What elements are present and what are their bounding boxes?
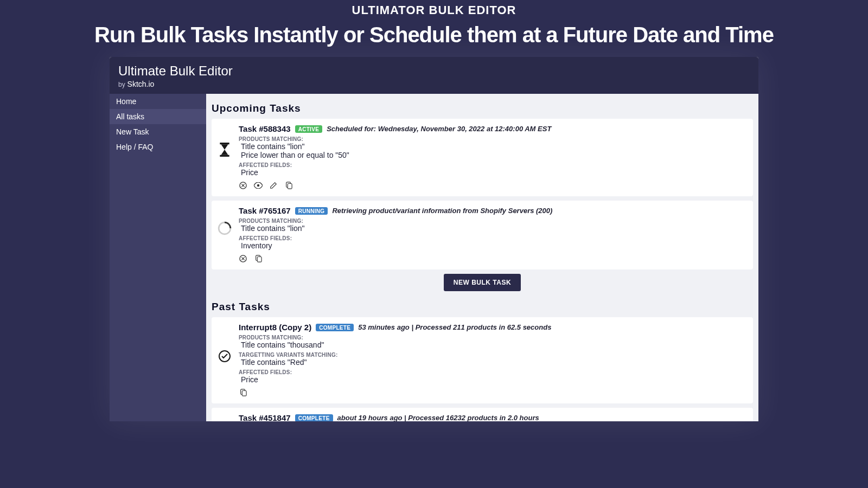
task-title: Interrupt8 (Copy 2) <box>239 323 311 332</box>
matching-line: Title contains "thousand" <box>241 341 748 349</box>
svg-rect-7 <box>288 184 292 189</box>
status-badge: COMPLETE <box>295 414 333 422</box>
task-title: Task #451847 <box>239 413 291 421</box>
status-badge: RUNNING <box>295 207 328 215</box>
sidebar: Home All tasks New Task Help / FAQ <box>110 94 206 421</box>
section-title-upcoming: Upcoming Tasks <box>212 102 753 114</box>
affected-line: Inventory <box>241 241 748 250</box>
app-name: Ultimate Bulk Editor <box>118 63 750 79</box>
svg-point-5 <box>257 184 259 187</box>
sidebar-item-help[interactable]: Help / FAQ <box>110 139 206 155</box>
task-card: Task #765167 RUNNING Retrieving product/… <box>212 201 753 269</box>
svg-rect-0 <box>220 143 229 144</box>
cancel-icon[interactable] <box>239 254 247 263</box>
affected-line: Price <box>241 375 748 384</box>
svg-rect-16 <box>242 391 246 396</box>
sidebar-item-home[interactable]: Home <box>110 94 206 109</box>
affected-line: Price <box>241 168 748 177</box>
app-frame: Ultimate Bulk Editor by Sktch.io Home Al… <box>110 57 758 421</box>
task-card: Interrupt8 (Copy 2) COMPLETE 53 minutes … <box>212 317 753 403</box>
copy-icon[interactable] <box>239 388 247 397</box>
status-badge: COMPLETE <box>316 324 354 331</box>
app-header: Ultimate Bulk Editor by Sktch.io <box>110 57 758 94</box>
task-meta: Retrieving product/variant information f… <box>332 207 552 215</box>
cancel-icon[interactable] <box>239 181 247 190</box>
products-matching-label: PRODUCTS MATCHING: <box>239 335 748 341</box>
affected-fields-label: AFFECTED FIELDS: <box>239 162 748 168</box>
products-matching-label: PRODUCTS MATCHING: <box>239 136 748 142</box>
task-title: Task #765167 <box>239 206 291 215</box>
spinner-icon <box>217 206 232 235</box>
promo-title: ULTIMATOR BULK EDITOR <box>0 0 868 17</box>
hourglass-icon <box>217 124 232 157</box>
task-title: Task #588343 <box>239 124 291 133</box>
task-meta: Scheduled for: Wednesday, November 30, 2… <box>327 125 551 133</box>
affected-fields-label: AFFECTED FIELDS: <box>239 235 748 241</box>
copy-icon[interactable] <box>284 181 293 190</box>
by-label: by <box>118 81 125 88</box>
products-matching-label: PRODUCTS MATCHING: <box>239 218 748 224</box>
app-byline: by Sktch.io <box>118 80 750 88</box>
main-content: Upcoming Tasks Task #588343 ACTIVE Sched… <box>206 94 758 421</box>
targetting-variants-label: TARGETTING VARIANTS MATCHING: <box>239 352 748 358</box>
matching-line: Title contains "lion" <box>241 142 748 151</box>
task-card: Task #588343 ACTIVE Scheduled for: Wedne… <box>212 119 753 196</box>
sidebar-item-all-tasks[interactable]: All tasks <box>110 109 206 124</box>
status-badge: ACTIVE <box>295 125 322 133</box>
matching-line: Title contains "lion" <box>241 224 748 233</box>
copy-icon[interactable] <box>254 254 263 263</box>
matching-line: Price lower than or equal to "50" <box>241 151 748 159</box>
task-meta: about 19 hours ago | Processed 16232 pro… <box>337 414 539 421</box>
check-circle-icon <box>217 323 232 363</box>
view-icon[interactable] <box>254 181 263 190</box>
svg-rect-13 <box>257 257 261 262</box>
promo-subtitle: Run Bulk Tasks Instantly or Schedule the… <box>0 23 868 47</box>
variant-matching-line: Title contains "Red" <box>241 358 748 367</box>
sidebar-item-new-task[interactable]: New Task <box>110 124 206 139</box>
edit-icon[interactable] <box>269 181 278 190</box>
affected-fields-label: AFFECTED FIELDS: <box>239 369 748 375</box>
check-circle-icon <box>217 413 232 421</box>
new-bulk-task-button[interactable]: NEW BULK TASK <box>444 274 521 291</box>
app-author[interactable]: Sktch.io <box>127 80 155 88</box>
svg-rect-1 <box>220 155 229 157</box>
task-card: Task #451847 COMPLETE about 19 hours ago… <box>212 408 753 421</box>
section-title-past: Past Tasks <box>212 301 753 313</box>
task-meta: 53 minutes ago | Processed 211 products … <box>358 323 551 331</box>
